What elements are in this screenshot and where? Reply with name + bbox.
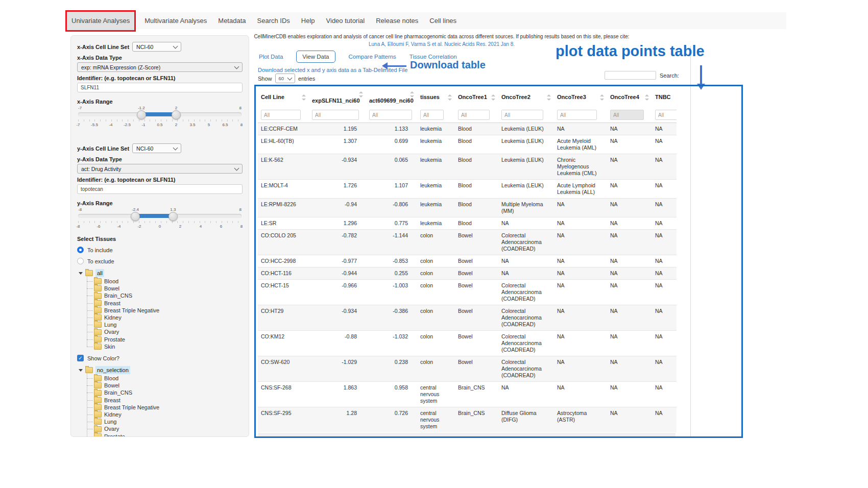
tab-plot-data[interactable]: Plot Data: [259, 54, 283, 60]
column-header-label: OncoTree1: [458, 94, 487, 100]
table-cell: Bowel: [455, 255, 498, 267]
table-cell: Colorectal Adenocarcinoma (COADREAD): [498, 305, 554, 331]
tab-view-data[interactable]: View Data: [296, 51, 335, 63]
x-range-low-value: -1.2: [138, 106, 145, 110]
sort-icon[interactable]: [645, 94, 649, 101]
nav-item-help[interactable]: Help: [296, 12, 321, 29]
sort-icon[interactable]: [302, 94, 306, 101]
y-data-type-select[interactable]: act: Drug Activity: [77, 164, 243, 174]
tree-item-breast[interactable]: Breast: [94, 300, 243, 307]
x-range-low-handle[interactable]: [137, 110, 146, 119]
tree-item-prostate[interactable]: Prostate: [94, 433, 243, 437]
tree-item-brain-cns[interactable]: Brain_CNS: [94, 292, 243, 299]
y-range-high-handle[interactable]: [168, 212, 178, 221]
column-filter-input-act609699-nci60[interactable]: [369, 110, 412, 120]
slider-ticks: [78, 119, 242, 121]
caret-down-icon[interactable]: [79, 272, 83, 275]
sort-icon[interactable]: [410, 91, 414, 97]
folder-icon: [94, 433, 102, 437]
nav-item-search-ids[interactable]: Search IDs: [252, 12, 296, 29]
tree-item-label: Lung: [104, 418, 116, 425]
y-identifier-input[interactable]: [77, 184, 243, 194]
sort-icon[interactable]: [359, 91, 363, 97]
column-header-oncotree4[interactable]: OncoTree4: [607, 88, 652, 107]
table-cell: colon: [417, 267, 455, 280]
tree-item-kidney[interactable]: Kidney: [94, 314, 243, 321]
column-filter-input-tissues[interactable]: [420, 110, 444, 120]
column-header-tnbc[interactable]: TNBC: [652, 88, 677, 107]
search-input[interactable]: [605, 71, 656, 80]
column-header-cell-line[interactable]: Cell Line: [258, 88, 309, 107]
tree-item-brain-cns[interactable]: Brain_CNS: [94, 389, 243, 396]
exclude-radio[interactable]: [77, 258, 84, 264]
table-cell: Acute Lymphoid Leukemia (ALL): [554, 180, 607, 199]
tree-item-label: Skin: [104, 343, 115, 350]
nav-item-multivariate-analyses[interactable]: Multivariate Analyses: [139, 12, 212, 29]
column-header-oncotree3[interactable]: OncoTree3: [554, 88, 607, 107]
tree-item-ovary[interactable]: Ovary: [94, 425, 243, 432]
table-cell: leukemia: [417, 154, 455, 180]
sort-icon[interactable]: [600, 94, 604, 101]
y-cell-line-set-select[interactable]: NCI-60: [132, 143, 181, 153]
x-cell-line-set-select[interactable]: NCI-60: [132, 42, 181, 52]
column-filter-input-oncotree4[interactable]: [610, 110, 644, 120]
sort-icon[interactable]: [547, 94, 551, 101]
tree-item-breast-triple-negative[interactable]: Breast Triple Negative: [94, 307, 243, 314]
tree-item-ovary[interactable]: Ovary: [94, 328, 243, 335]
tick-label: 8: [240, 123, 243, 127]
sort-icon[interactable]: [448, 94, 452, 101]
tree-item-prostate[interactable]: Prostate: [94, 336, 243, 343]
table-row: CNS:SF-2681.8630.958central nervous syst…: [258, 382, 677, 407]
table-cell: CNS:SF-295: [258, 407, 309, 433]
top-nav: Univariate AnalysesMultivariate Analyses…: [65, 12, 786, 29]
tree-item-bowel[interactable]: Bowel: [94, 285, 243, 292]
y-range-low-handle[interactable]: [131, 212, 140, 221]
tab-compare-patterns[interactable]: Compare Patterns: [349, 54, 396, 60]
caret-down-icon[interactable]: [79, 369, 83, 372]
nav-item-metadata[interactable]: Metadata: [212, 12, 251, 29]
filter-cell: [455, 107, 498, 123]
column-filter-input-tnbc[interactable]: [655, 110, 677, 120]
tree-item-blood[interactable]: Blood: [94, 375, 243, 382]
column-header-oncotree1[interactable]: OncoTree1: [455, 88, 498, 107]
tree-item-lung[interactable]: Lung: [94, 418, 243, 425]
column-filter-input-oncotree2[interactable]: [501, 110, 543, 120]
entries-select[interactable]: 60: [275, 74, 296, 83]
x-data-type-select[interactable]: exp: mRNA Expression (Z-Score): [77, 62, 243, 72]
column-filter-input-expslfn11-nci60[interactable]: [312, 110, 359, 120]
column-filter-input-oncotree3[interactable]: [557, 110, 597, 120]
sort-icon[interactable]: [491, 94, 495, 101]
column-header-tissues[interactable]: tissues: [417, 88, 455, 107]
column-filter-input-oncotree1[interactable]: [458, 110, 490, 120]
show-color-checkbox[interactable]: ✓: [77, 355, 84, 361]
tree-item-breast[interactable]: Breast: [94, 397, 243, 404]
table-cell: Brain_CNS: [455, 407, 498, 433]
slider-track[interactable]: [78, 112, 242, 116]
tree-root-no-selection[interactable]: no_selection: [78, 366, 243, 374]
tree-root-all[interactable]: all: [78, 269, 243, 277]
table-cell: Leukemia (LEUK): [498, 135, 554, 154]
table-cell: 0.255: [366, 267, 417, 280]
tree-item-skin[interactable]: Skin: [94, 343, 243, 350]
nav-item-video-tutorial[interactable]: Video tutorial: [321, 12, 371, 29]
tree-item-blood[interactable]: Blood: [94, 278, 243, 285]
tree-item-kidney[interactable]: Kidney: [94, 411, 243, 418]
x-identifier-input[interactable]: [77, 83, 243, 92]
column-header-act609699-nci60[interactable]: act609699_nci60: [366, 88, 417, 107]
slider-track[interactable]: [78, 214, 242, 218]
nav-item-univariate-analyses[interactable]: Univariate Analyses: [67, 12, 134, 29]
nav-item-cell-lines[interactable]: Cell lines: [424, 12, 462, 29]
tree-item-breast-triple-negative[interactable]: Breast Triple Negative: [94, 404, 243, 411]
tick-label: 0.5: [157, 123, 162, 127]
show-color-label: Show Color?: [87, 355, 119, 361]
x-range-high-handle[interactable]: [172, 110, 181, 119]
nav-item-release-notes[interactable]: Release notes: [370, 12, 424, 29]
include-tissue-tree: all BloodBowelBrain_CNSBreastBreast Trip…: [78, 269, 243, 350]
column-filter-input-cell-line[interactable]: [261, 110, 301, 120]
column-header-oncotree2[interactable]: OncoTree2: [498, 88, 554, 107]
tree-item-label: Blood: [104, 278, 118, 285]
tree-item-bowel[interactable]: Bowel: [94, 382, 243, 389]
include-radio[interactable]: [77, 247, 84, 253]
tree-item-lung[interactable]: Lung: [94, 321, 243, 328]
column-header-expslfn11-nci60[interactable]: expSLFN11_nci60: [309, 88, 366, 107]
